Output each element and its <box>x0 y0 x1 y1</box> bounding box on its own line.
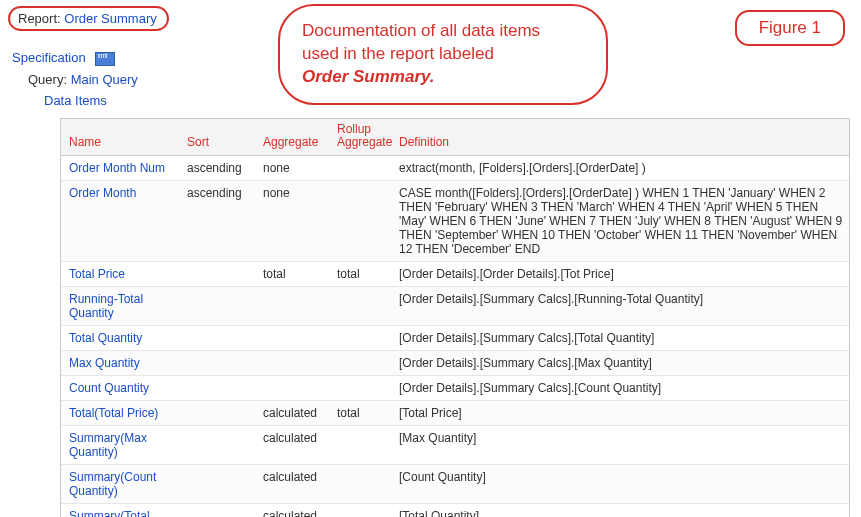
cell-sort <box>179 400 255 425</box>
cell-definition: [Count Quantity] <box>391 464 849 503</box>
table-row[interactable]: Count Quantity[Order Details].[Summary C… <box>61 375 849 400</box>
report-title: Report: Order Summary <box>8 6 169 31</box>
cell-definition: [Total Price] <box>391 400 849 425</box>
data-items-table-wrap: Name Sort Aggregate RollupAggregate Defi… <box>60 118 850 517</box>
cell-name: Total Price <box>61 261 179 286</box>
cell-aggregate: calculated <box>255 400 329 425</box>
cell-aggregate: none <box>255 180 329 261</box>
cell-name: Max Quantity <box>61 350 179 375</box>
cell-name: Summary(Max Quantity) <box>61 425 179 464</box>
cell-name: Summary(Count Quantity) <box>61 464 179 503</box>
data-items-table: Name Sort Aggregate RollupAggregate Defi… <box>61 119 849 517</box>
table-row[interactable]: Summary(Total Quantity)calculated[Total … <box>61 503 849 517</box>
cell-rollup <box>329 286 391 325</box>
cell-sort: ascending <box>179 155 255 180</box>
cell-definition: [Order Details].[Summary Calcs].[Running… <box>391 286 849 325</box>
cell-name: Total Quantity <box>61 325 179 350</box>
cell-rollup <box>329 325 391 350</box>
report-title-prefix: Report: <box>18 11 61 26</box>
cell-sort <box>179 464 255 503</box>
query-link[interactable]: Main Query <box>71 72 138 87</box>
query-prefix: Query: <box>28 72 67 87</box>
header-name[interactable]: Name <box>61 119 179 156</box>
table-row[interactable]: Summary(Count Quantity)calculated[Count … <box>61 464 849 503</box>
cell-aggregate: none <box>255 155 329 180</box>
specification-link[interactable]: Specification <box>12 50 86 65</box>
cell-rollup <box>329 464 391 503</box>
cell-rollup <box>329 425 391 464</box>
cell-aggregate <box>255 286 329 325</box>
cell-aggregate <box>255 375 329 400</box>
cell-name: Summary(Total Quantity) <box>61 503 179 517</box>
cell-name: Order Month Num <box>61 155 179 180</box>
table-row[interactable]: Running-Total Quantity[Order Details].[S… <box>61 286 849 325</box>
cell-name: Count Quantity <box>61 375 179 400</box>
cell-definition: [Max Quantity] <box>391 425 849 464</box>
cell-definition: [Order Details].[Summary Calcs].[Count Q… <box>391 375 849 400</box>
cell-rollup <box>329 503 391 517</box>
cell-definition: [Order Details].[Order Details].[Tot Pri… <box>391 261 849 286</box>
figure-badge-text: Figure 1 <box>759 18 821 37</box>
table-row[interactable]: Total Pricetotaltotal[Order Details].[Or… <box>61 261 849 286</box>
cell-sort <box>179 261 255 286</box>
cell-aggregate: calculated <box>255 503 329 517</box>
cell-sort <box>179 503 255 517</box>
table-row[interactable]: Summary(Max Quantity)calculated[Max Quan… <box>61 425 849 464</box>
table-row[interactable]: Total Quantity[Order Details].[Summary C… <box>61 325 849 350</box>
cell-definition: extract(month, [Folders].[Orders].[Order… <box>391 155 849 180</box>
table-row[interactable]: Order MonthascendingnoneCASE month([Fold… <box>61 180 849 261</box>
xml-icon[interactable] <box>95 52 115 66</box>
cell-sort <box>179 375 255 400</box>
cell-name: Running-Total Quantity <box>61 286 179 325</box>
header-rollup-aggregate[interactable]: RollupAggregate <box>329 119 391 156</box>
cell-rollup: total <box>329 400 391 425</box>
cell-definition: [Order Details].[Summary Calcs].[Max Qua… <box>391 350 849 375</box>
doc-annotation-bubble: Documentation of all data items used in … <box>278 4 608 105</box>
report-title-name: Order Summary <box>64 11 156 26</box>
cell-name: Order Month <box>61 180 179 261</box>
cell-aggregate: calculated <box>255 425 329 464</box>
table-row[interactable]: Order Month Numascendingnoneextract(mont… <box>61 155 849 180</box>
cell-sort: ascending <box>179 180 255 261</box>
doc-bubble-emph: Order Summary. <box>302 67 435 86</box>
cell-aggregate <box>255 325 329 350</box>
header-definition[interactable]: Definition <box>391 119 849 156</box>
cell-definition: [Total Quantity] <box>391 503 849 517</box>
cell-aggregate: calculated <box>255 464 329 503</box>
cell-sort <box>179 350 255 375</box>
cell-name: Total(Total Price) <box>61 400 179 425</box>
header-aggregate[interactable]: Aggregate <box>255 119 329 156</box>
cell-sort <box>179 425 255 464</box>
table-header-row: Name Sort Aggregate RollupAggregate Defi… <box>61 119 849 156</box>
cell-rollup <box>329 180 391 261</box>
data-items-link[interactable]: Data Items <box>44 93 107 108</box>
cell-sort <box>179 325 255 350</box>
header-sort[interactable]: Sort <box>179 119 255 156</box>
cell-sort <box>179 286 255 325</box>
cell-aggregate <box>255 350 329 375</box>
cell-aggregate: total <box>255 261 329 286</box>
cell-rollup: total <box>329 261 391 286</box>
cell-rollup <box>329 155 391 180</box>
cell-definition: CASE month([Folders].[Orders].[OrderDate… <box>391 180 849 261</box>
cell-rollup <box>329 375 391 400</box>
cell-definition: [Order Details].[Summary Calcs].[Total Q… <box>391 325 849 350</box>
cell-rollup <box>329 350 391 375</box>
table-row[interactable]: Total(Total Price)calculatedtotal[Total … <box>61 400 849 425</box>
figure-badge: Figure 1 <box>735 10 845 46</box>
table-row[interactable]: Max Quantity[Order Details].[Summary Cal… <box>61 350 849 375</box>
doc-bubble-line2: used in the report labeled <box>302 44 494 63</box>
doc-bubble-line1: Documentation of all data items <box>302 21 540 40</box>
